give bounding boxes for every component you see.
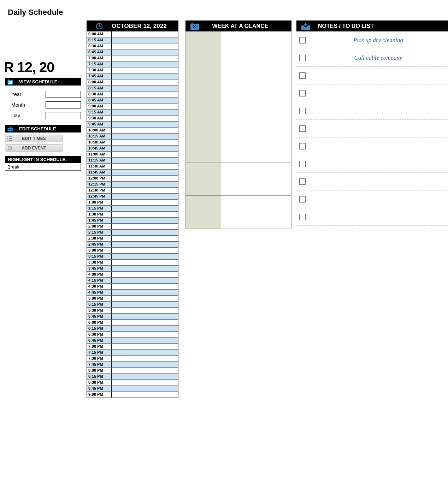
schedule-event-cell[interactable] — [112, 182, 178, 187]
year-input[interactable] — [46, 91, 81, 98]
schedule-time: 9:00 AM — [87, 104, 112, 109]
schedule-event-cell[interactable] — [112, 86, 178, 91]
schedule-event-cell[interactable] — [112, 368, 178, 373]
week-content-cell[interactable] — [221, 31, 291, 64]
schedule-event-cell[interactable] — [112, 194, 178, 199]
schedule-event-cell[interactable] — [112, 92, 178, 97]
note-checkbox[interactable] — [299, 72, 306, 79]
schedule-event-cell[interactable] — [112, 67, 178, 73]
schedule-event-cell[interactable] — [112, 152, 178, 157]
note-text[interactable]: Pick up dry cleaning — [311, 37, 445, 44]
schedule-event-cell[interactable] — [112, 116, 178, 121]
schedule-row: 1:00 PM — [87, 200, 178, 206]
schedule-event-cell[interactable] — [112, 302, 178, 307]
schedule-event-cell[interactable] — [112, 284, 178, 289]
edit-times-button[interactable]: EDIT TIMES — [5, 135, 63, 142]
month-input[interactable] — [46, 101, 81, 108]
week-day-cell[interactable] — [186, 163, 221, 195]
schedule-event-cell[interactable] — [112, 61, 178, 67]
schedule-event-cell[interactable] — [112, 380, 178, 385]
schedule-event-cell[interactable] — [112, 230, 178, 235]
schedule-event-cell[interactable] — [112, 260, 178, 265]
schedule-event-cell[interactable] — [112, 146, 178, 151]
note-checkbox[interactable] — [299, 196, 306, 202]
schedule-event-cell[interactable] — [112, 326, 178, 331]
schedule-event-cell[interactable] — [112, 338, 178, 343]
schedule-event-cell[interactable] — [112, 350, 178, 355]
schedule-event-cell[interactable] — [112, 73, 178, 79]
note-checkbox[interactable] — [299, 55, 306, 61]
note-checkbox[interactable] — [299, 108, 306, 114]
schedule-event-cell[interactable] — [112, 122, 178, 127]
note-checkbox[interactable] — [299, 37, 306, 43]
schedule-event-cell[interactable] — [112, 248, 178, 253]
schedule-event-cell[interactable] — [112, 272, 178, 277]
schedule-event-cell[interactable] — [112, 278, 178, 283]
schedule-event-cell[interactable] — [112, 212, 178, 217]
schedule-event-cell[interactable] — [112, 332, 178, 337]
schedule-event-cell[interactable] — [112, 188, 178, 193]
week-content-cell[interactable] — [221, 196, 291, 229]
schedule-event-cell[interactable] — [112, 254, 178, 259]
schedule-event-cell[interactable] — [112, 37, 178, 43]
week-day-cell[interactable] — [186, 196, 221, 229]
schedule-event-cell[interactable] — [112, 200, 178, 205]
schedule-event-cell[interactable] — [112, 356, 178, 361]
note-checkbox[interactable] — [299, 178, 306, 185]
week-content-cell[interactable] — [221, 64, 291, 97]
schedule-event-cell[interactable] — [112, 374, 178, 379]
schedule-event-cell[interactable] — [112, 314, 178, 319]
schedule-event-cell[interactable] — [112, 206, 178, 211]
schedule-event-cell[interactable] — [112, 104, 178, 109]
schedule-event-cell[interactable] — [112, 224, 178, 229]
schedule-time: 12:30 PM — [87, 188, 112, 193]
schedule-event-cell[interactable] — [112, 344, 178, 349]
note-checkbox[interactable] — [299, 161, 306, 167]
schedule-event-cell[interactable] — [112, 308, 178, 313]
schedule-event-cell[interactable] — [112, 158, 178, 163]
schedule-event-cell[interactable] — [112, 80, 178, 85]
week-content-cell[interactable] — [221, 163, 291, 195]
schedule-event-cell[interactable] — [112, 296, 178, 301]
schedule-event-cell[interactable] — [112, 392, 178, 398]
schedule-time: 8:30 AM — [87, 92, 112, 97]
schedule-event-cell[interactable] — [112, 140, 178, 145]
schedule-event-cell[interactable] — [112, 386, 178, 391]
schedule-row: 6:30 PM — [87, 332, 178, 338]
add-event-button[interactable]: ADD EVENT — [5, 144, 63, 152]
schedule-event-cell[interactable] — [112, 170, 178, 175]
note-checkbox[interactable] — [299, 125, 306, 132]
schedule-event-cell[interactable] — [112, 128, 178, 133]
schedule-event-cell[interactable] — [112, 134, 178, 139]
highlight-value[interactable]: Break — [5, 163, 81, 171]
week-day-cell[interactable] — [186, 130, 221, 163]
schedule-event-cell[interactable] — [112, 242, 178, 247]
schedule-event-cell[interactable] — [112, 55, 178, 61]
schedule-event-cell[interactable] — [112, 236, 178, 241]
week-day-cell[interactable] — [186, 64, 221, 97]
schedule-event-cell[interactable] — [112, 49, 178, 55]
schedule-time: 7:45 PM — [87, 362, 112, 367]
schedule-row: 7:45 AM — [87, 73, 178, 80]
schedule-event-cell[interactable] — [112, 320, 178, 325]
week-content-cell[interactable] — [221, 130, 291, 163]
schedule-event-cell[interactable] — [112, 43, 178, 49]
schedule-event-cell[interactable] — [112, 31, 178, 37]
note-checkbox[interactable] — [299, 90, 306, 96]
schedule-event-cell[interactable] — [112, 176, 178, 181]
schedule-event-cell[interactable] — [112, 362, 178, 367]
schedule-event-cell[interactable] — [112, 218, 178, 223]
schedule-event-cell[interactable] — [112, 164, 178, 169]
week-content-cell[interactable] — [221, 97, 291, 130]
note-checkbox[interactable] — [299, 143, 306, 149]
note-checkbox[interactable] — [299, 214, 306, 220]
schedule-event-cell[interactable] — [112, 290, 178, 295]
schedule-event-cell[interactable] — [112, 98, 178, 103]
week-day-cell[interactable] — [186, 97, 221, 130]
schedule-event-cell[interactable] — [112, 110, 178, 115]
schedule-row: 3:30 PM — [87, 260, 178, 266]
note-text[interactable]: Call cable company — [311, 54, 445, 61]
schedule-event-cell[interactable] — [112, 266, 178, 271]
week-day-cell[interactable] — [186, 31, 221, 64]
day-input[interactable] — [46, 112, 81, 119]
